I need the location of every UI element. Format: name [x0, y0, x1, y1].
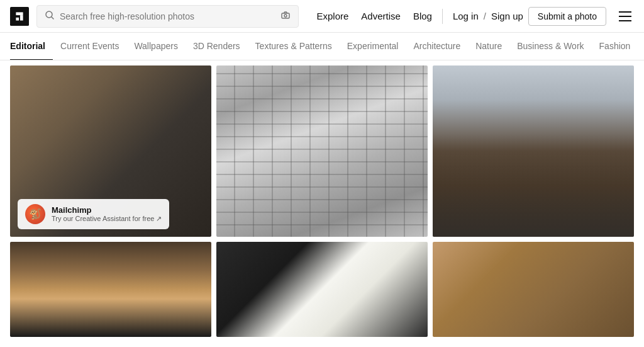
nav-blog[interactable]: Blog [413, 11, 432, 21]
ad-text: Mailchimp Try our Creative Assistant for… [52, 205, 162, 223]
cat-wallpapers[interactable]: Wallpapers [126, 33, 186, 60]
search-input[interactable] [60, 11, 275, 21]
ad-overlay-mailchimp[interactable]: 🐒 Mailchimp Try our Creative Assistant f… [18, 199, 169, 229]
svg-point-6 [284, 14, 287, 17]
photo-col-2 [216, 65, 428, 337]
nav-advertise[interactable]: Advertise [361, 11, 401, 21]
hamburger-line3 [619, 20, 631, 21]
header-auth: Log in / Sign up Submit a photo [453, 7, 634, 26]
search-bar[interactable] [36, 5, 299, 28]
nav-explore[interactable]: Explore [316, 11, 348, 21]
category-nav: Editorial Current Events Wallpapers 3D R… [0, 33, 644, 60]
hamburger-line2 [619, 16, 631, 17]
cat-architecture[interactable]: Architecture [406, 33, 468, 60]
hamburger-line1 [619, 11, 631, 13]
signup-link[interactable]: Sign up [491, 11, 523, 21]
photo-col-3 [433, 65, 634, 337]
svg-rect-1 [16, 12, 23, 15]
unsplash-logo[interactable] [10, 7, 29, 26]
cat-textures-patterns[interactable]: Textures & Patterns [248, 33, 340, 60]
camera-search-icon[interactable] [280, 10, 291, 23]
auth-divider: / [484, 11, 486, 21]
svg-rect-2 [16, 17, 19, 20]
photo-desk-workspace[interactable]: 🐒 Mailchimp Try our Creative Assistant f… [10, 65, 211, 237]
header: Explore Advertise Blog Log in / Sign up … [0, 0, 644, 33]
search-icon [45, 10, 55, 23]
photo-grid: 🐒 Mailchimp Try our Creative Assistant f… [0, 60, 644, 342]
svg-rect-5 [282, 13, 289, 18]
photo-col-1: 🐒 Mailchimp Try our Creative Assistant f… [10, 65, 211, 337]
photo-building-facade[interactable] [216, 65, 428, 237]
cat-3d-renders[interactable]: 3D Renders [186, 33, 248, 60]
cat-business-work[interactable]: Business & Work [509, 33, 591, 60]
cat-nature[interactable]: Nature [468, 33, 509, 60]
photo-white-flowers[interactable] [216, 242, 428, 337]
ad-tagline: Try our Creative Assistant for free ↗ [52, 215, 162, 223]
cat-editorial[interactable]: Editorial [10, 33, 53, 60]
photo-person-reading[interactable] [433, 242, 634, 337]
cat-fashion[interactable]: Fashion [592, 33, 638, 60]
photo-hat-person[interactable] [10, 242, 211, 337]
svg-rect-3 [20, 15, 23, 20]
cat-current-events[interactable]: Current Events [53, 33, 126, 60]
header-nav: Explore Advertise Blog [316, 11, 431, 21]
svg-rect-0 [10, 7, 29, 26]
ad-brand: Mailchimp [52, 205, 162, 215]
cat-film[interactable]: Film [638, 33, 644, 60]
nav-divider [442, 9, 443, 24]
submit-photo-button[interactable]: Submit a photo [528, 7, 606, 26]
photo-misty-road[interactable] [433, 65, 634, 237]
ad-avatar: 🐒 [25, 204, 45, 224]
cat-experimental[interactable]: Experimental [340, 33, 406, 60]
login-link[interactable]: Log in [453, 11, 479, 21]
hamburger-menu[interactable] [616, 8, 634, 25]
